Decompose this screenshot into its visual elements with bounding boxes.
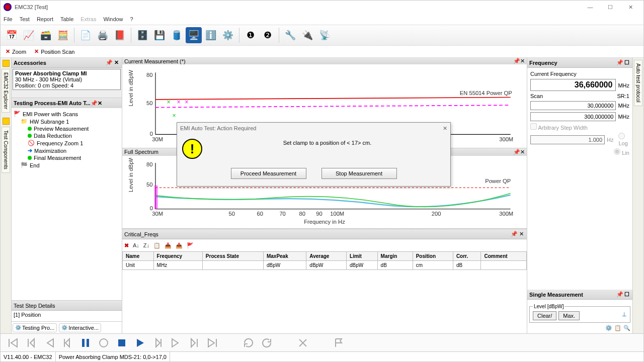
close-icon[interactable]: ✕ xyxy=(98,100,102,107)
scan-start-input[interactable] xyxy=(530,101,616,110)
max-button[interactable]: Max. xyxy=(558,311,580,320)
tree-maximization[interactable]: ➔Maximization xyxy=(14,147,120,154)
tab-position-scan[interactable]: ✕Position Scan xyxy=(34,48,74,55)
export-icon[interactable]: 📤 xyxy=(176,242,183,249)
print-icon[interactable]: 🖨️ xyxy=(95,27,111,43)
refresh-icon[interactable] xyxy=(259,335,274,350)
dashboard-icon[interactable]: ⚙️ xyxy=(220,27,236,43)
sort-desc-icon[interactable]: Z↓ xyxy=(143,242,149,248)
close-icon[interactable]: ✕ xyxy=(520,58,525,64)
settings-icon[interactable]: ⚙️ xyxy=(605,325,612,331)
tab-zoom[interactable]: ✕Zoom xyxy=(6,48,26,55)
tree-root[interactable]: 🚩 EMI Power with Scans xyxy=(14,110,120,118)
import-icon[interactable]: 📥 xyxy=(165,242,172,249)
tree-subrange[interactable]: 📁 HW Subrange 1 xyxy=(14,118,120,125)
skip-fwd-icon[interactable] xyxy=(205,335,220,350)
pin-icon[interactable]: 📌 xyxy=(616,291,623,298)
pin-icon[interactable]: 📌 xyxy=(91,100,98,107)
accessory-item[interactable]: Power Absorbing Clamp MI 30 MHz - 300 MH… xyxy=(13,69,121,90)
tree-icon[interactable]: 🧮 xyxy=(55,27,71,43)
info-icon[interactable]: ℹ️ xyxy=(203,27,219,43)
copy-icon[interactable]: 📋 xyxy=(153,242,160,249)
repeat-icon[interactable] xyxy=(241,335,256,350)
antenna-icon[interactable]: 📡 xyxy=(316,27,333,43)
alert1-icon[interactable]: ❶ xyxy=(243,27,259,43)
menu-test[interactable]: Test xyxy=(20,16,30,22)
step-fwd-icon[interactable] xyxy=(150,335,166,350)
wrench-icon[interactable]: 🔧 xyxy=(282,27,298,43)
next-marker-icon[interactable] xyxy=(187,335,202,350)
new-test-icon[interactable]: 📄 xyxy=(77,27,94,43)
pin-icon[interactable]: 📌 xyxy=(106,59,113,66)
clear-button[interactable]: Clear/ xyxy=(533,311,556,320)
details-item[interactable]: [1] Position xyxy=(12,311,122,319)
menu-report[interactable]: Report xyxy=(37,16,53,22)
proceed-button[interactable]: Proceed Measurement xyxy=(231,168,306,179)
rewind-icon[interactable] xyxy=(42,335,57,350)
menu-window[interactable]: Window xyxy=(103,16,123,22)
maximize-icon[interactable]: ☐ xyxy=(623,291,630,298)
close-icon[interactable]: ✕ xyxy=(518,231,525,237)
menu-file[interactable]: File xyxy=(4,16,13,22)
record-button[interactable] xyxy=(96,335,111,350)
skip-back-icon[interactable] xyxy=(6,335,21,350)
sidebar-tab-explorer[interactable]: EMC32 Explorer xyxy=(2,69,10,113)
export-pdf-icon[interactable]: 📕 xyxy=(112,27,128,43)
explorer-icon[interactable] xyxy=(3,60,10,67)
components-icon[interactable] xyxy=(3,118,10,125)
delete-icon[interactable]: ✖ xyxy=(124,242,129,249)
tree-reduction[interactable]: Data Reduction xyxy=(14,132,120,139)
menu-table[interactable]: Table xyxy=(60,16,73,22)
close-icon[interactable]: ✕ xyxy=(113,59,120,66)
maximize-icon[interactable]: ☐ xyxy=(623,59,630,66)
tab-interactive[interactable]: ⚙️Interactive... xyxy=(59,323,101,332)
play-button[interactable] xyxy=(132,335,147,350)
tree-preview[interactable]: Preview Measurement xyxy=(14,125,120,132)
transport-bar xyxy=(1,333,643,351)
fwd-icon[interactable] xyxy=(169,335,184,350)
close-icon[interactable]: ✕ xyxy=(520,149,525,155)
pin-icon[interactable]: 📌 xyxy=(511,231,518,237)
tree-zoom[interactable]: 🚫Frequency Zoom 1 xyxy=(14,139,120,147)
stop-button[interactable] xyxy=(114,335,129,350)
sidebar-tab-protocol[interactable]: Auto test protocol xyxy=(634,60,642,106)
calendar-icon[interactable]: 📅 xyxy=(4,27,20,43)
cancel-icon[interactable] xyxy=(295,335,310,350)
svg-text:70: 70 xyxy=(279,211,285,217)
layers-icon[interactable]: 🗃️ xyxy=(38,27,54,43)
dialog-close-icon[interactable]: ✕ xyxy=(443,125,447,132)
copy-icon[interactable]: 📋 xyxy=(614,325,621,331)
pin-icon[interactable]: 📌 xyxy=(616,59,623,66)
db-icon[interactable]: 🗄️ xyxy=(134,27,150,43)
sidebar-tab-components[interactable]: Test Components xyxy=(2,127,10,173)
scan-stop-input[interactable] xyxy=(530,112,616,121)
svg-text:30M: 30M xyxy=(152,211,163,217)
svg-text:Frequency in Hz: Frequency in Hz xyxy=(304,219,345,225)
tab-testing-process[interactable]: ⚙️Testing Pro... xyxy=(13,323,57,332)
zoom-icon[interactable]: 🔍 xyxy=(623,325,630,331)
flag-icon[interactable] xyxy=(332,335,347,350)
monitor-icon[interactable]: 🖥️ xyxy=(186,27,202,43)
pin-icon[interactable]: 📌 xyxy=(513,149,520,155)
alert2-icon[interactable]: ❷ xyxy=(260,27,276,43)
stop-button[interactable]: Stop Measurement xyxy=(321,168,397,179)
close-button[interactable]: ✕ xyxy=(620,4,640,11)
maximize-button[interactable]: ☐ xyxy=(600,4,620,11)
menu-help[interactable]: ? xyxy=(130,16,133,22)
flag-icon[interactable]: 🚩 xyxy=(187,242,194,249)
prev-marker-icon[interactable] xyxy=(24,335,39,350)
db-save-icon[interactable]: 💾 xyxy=(151,27,168,43)
marker-icon[interactable]: ⊥ xyxy=(622,311,627,320)
tree-end[interactable]: 🏁 End xyxy=(14,161,120,169)
db-config-icon[interactable]: 🛢️ xyxy=(169,27,185,43)
plug-icon[interactable]: 🔌 xyxy=(299,27,315,43)
tree-final[interactable]: Final Measurement xyxy=(14,154,120,161)
pin-icon[interactable]: 📌 xyxy=(513,58,520,64)
pause-button[interactable] xyxy=(78,335,93,350)
step-back-icon[interactable] xyxy=(60,335,75,350)
chart-zoom-icon[interactable]: 📈 xyxy=(21,27,37,43)
lin-radio xyxy=(614,148,620,155)
minimize-button[interactable]: — xyxy=(580,4,600,10)
critical-freqs-table[interactable]: NameFrequencyProcess StateMaxPeakAverage… xyxy=(122,251,527,270)
sort-asc-icon[interactable]: A↓ xyxy=(133,242,139,248)
